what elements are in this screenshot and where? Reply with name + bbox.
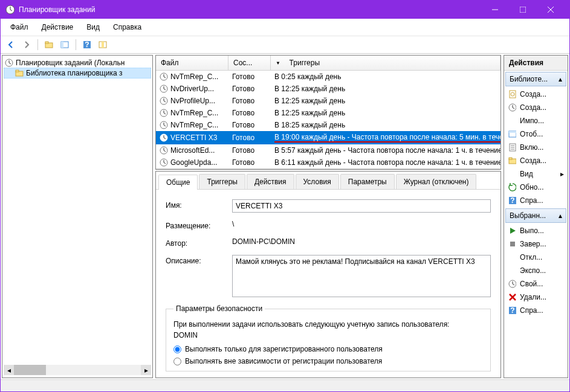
security-group: Параметры безопасности При выполнении за…	[166, 304, 491, 371]
menu-action[interactable]: Действие	[36, 21, 80, 34]
header-state[interactable]: Сос...	[228, 56, 271, 70]
action-icon	[508, 227, 516, 235]
menu-file[interactable]: Файл	[4, 21, 34, 34]
tab-triggers[interactable]: Триггеры	[199, 174, 245, 189]
list-scroll-left[interactable]: ◂	[156, 169, 166, 170]
chevron-up-icon: ▴	[559, 75, 562, 83]
toolbar: ?	[1, 36, 569, 54]
radio-logged-input[interactable]	[173, 345, 181, 353]
clock-icon	[160, 158, 168, 167]
name-field[interactable]: VERCETTI X3	[232, 199, 491, 213]
action-item[interactable]: Отоб...	[504, 127, 568, 141]
statusbar	[1, 379, 569, 391]
task-state: Готово	[228, 156, 271, 169]
radio-logged-only[interactable]: Выполнять только для зарегистрированного…	[173, 343, 483, 355]
author-label: Автор:	[166, 237, 232, 248]
minimize-button[interactable]	[481, 1, 509, 19]
action-icon	[508, 293, 516, 301]
action-item[interactable]: Вклю...	[504, 141, 568, 154]
tab-general[interactable]: Общие	[158, 175, 198, 190]
svg-text:?: ?	[85, 40, 89, 49]
tab-history[interactable]: Журнал (отключен)	[396, 174, 477, 189]
action-icon	[508, 103, 516, 112]
task-name: VERCETTI X3	[170, 133, 217, 142]
svg-text:?: ?	[510, 306, 514, 315]
toolbar-folder-button[interactable]	[42, 38, 56, 51]
action-item[interactable]: Удали...	[504, 291, 568, 304]
table-row[interactable]: NvDriverUp...ГотовоВ 12:25 каждый день	[156, 83, 500, 95]
action-item[interactable]: ?Спра...	[504, 304, 568, 317]
name-label: Имя:	[166, 199, 232, 210]
actions-header: Действия	[504, 56, 568, 71]
action-icon	[508, 130, 516, 138]
table-row[interactable]: NvTmRep_C...ГотовоВ 12:25 каждый день	[156, 107, 500, 119]
tree-scroll-left[interactable]: ◂	[4, 365, 14, 375]
action-label: Отоб...	[520, 130, 543, 138]
action-label: Вклю...	[520, 143, 543, 152]
tab-settings[interactable]: Параметры	[340, 174, 395, 189]
task-trigger: В 6:11 каждый день - Частота повтора пос…	[271, 156, 500, 169]
tree-scroll-right[interactable]: ▸	[141, 365, 151, 375]
action-label: Свой...	[520, 280, 543, 288]
tree-pane[interactable]: Планировщик заданий (Локальн Библиотека …	[2, 55, 153, 378]
details-tabs: Общие Триггеры Действия Условия Параметр…	[156, 172, 500, 190]
chevron-right-icon: ▸	[560, 170, 564, 178]
actions-section-library[interactable]: Библиоте... ▴	[505, 72, 566, 86]
radio-any-input[interactable]	[173, 358, 181, 365]
actions-pane: Действия Библиоте... ▴ Созда...Созда...И…	[504, 55, 568, 378]
action-item[interactable]: Завер...	[504, 237, 568, 251]
header-file[interactable]: Файл	[156, 56, 228, 70]
svg-rect-9	[102, 42, 104, 48]
details-pane: Общие Триггеры Действия Условия Параметр…	[155, 171, 501, 378]
action-item[interactable]: Созда...	[504, 101, 568, 114]
radio-any[interactable]: Выполнять вне зависимости от регистрации…	[173, 355, 483, 367]
table-row[interactable]: GoogleUpda...ГотовоВ 6:11 каждый день - …	[156, 156, 500, 169]
list-scroll-thumb[interactable]	[166, 169, 296, 170]
action-label: Выпо...	[520, 227, 544, 235]
menu-view[interactable]: Вид	[80, 21, 106, 34]
toolbar-split-button[interactable]	[96, 38, 109, 51]
action-icon	[508, 240, 516, 248]
action-icon	[508, 280, 516, 288]
desc-field[interactable]: Мамой клянусь это не реклама! Подписывай…	[232, 255, 491, 297]
action-item[interactable]: Обно...	[504, 181, 568, 194]
action-item[interactable]: Импо...	[504, 114, 568, 127]
action-item[interactable]: Свой...	[504, 277, 568, 291]
action-label: Удали...	[520, 293, 546, 301]
back-button[interactable]	[4, 38, 18, 51]
action-item[interactable]: Созда...	[504, 154, 568, 167]
security-legend: Параметры безопасности	[173, 304, 265, 313]
actions-section-selected[interactable]: Выбранн... ▴	[505, 208, 566, 223]
table-row[interactable]: MicrosoftEd...ГотовоВ 5:57 каждый день -…	[156, 144, 500, 156]
tree-library[interactable]: Библиотека планировщика з	[4, 68, 151, 79]
menu-help[interactable]: Справка	[107, 21, 147, 34]
tree-scroll-thumb[interactable]	[14, 365, 46, 375]
task-list[interactable]: Файл Сос... ▼ Триггеры NvTmRep_C...Готов…	[155, 55, 501, 170]
action-item[interactable]: Вид▸	[504, 167, 568, 181]
action-icon	[508, 266, 516, 275]
action-item[interactable]: Выпо...	[504, 224, 568, 237]
toolbar-help-button[interactable]: ?	[80, 38, 94, 51]
header-triggers[interactable]: ▼ Триггеры	[271, 56, 500, 70]
action-item[interactable]: Созда...	[504, 88, 568, 101]
tree-root[interactable]: Планировщик заданий (Локальн	[4, 58, 151, 68]
table-row[interactable]: NvTmRep_C...ГотовоВ 0:25 каждый день	[156, 71, 500, 83]
task-name: NvDriverUp...	[170, 85, 214, 93]
clock-icon	[160, 146, 168, 155]
toolbar-panel-button[interactable]	[58, 38, 71, 51]
forward-button[interactable]	[20, 38, 33, 51]
maximize-button[interactable]	[509, 1, 537, 19]
task-name: NvProfileUp...	[170, 97, 215, 105]
table-row[interactable]: VERCETTI X3ГотовоВ 19:00 каждый день - Ч…	[156, 131, 500, 144]
list-scroll-right[interactable]: ▸	[490, 169, 500, 170]
table-row[interactable]: NvProfileUp...ГотовоВ 12:25 каждый день	[156, 95, 500, 107]
action-item[interactable]: ?Спра...	[504, 194, 568, 207]
close-button[interactable]	[537, 1, 565, 19]
table-row[interactable]: NvTmRep_C...ГотовоВ 18:25 каждый день	[156, 119, 500, 131]
action-item[interactable]: Экспо...	[504, 264, 568, 277]
action-item[interactable]: Откл...	[504, 251, 568, 264]
task-state: Готово	[228, 144, 271, 156]
tab-conditions[interactable]: Условия	[296, 174, 339, 189]
tab-actions[interactable]: Действия	[247, 174, 294, 189]
action-icon: ?	[508, 196, 516, 205]
